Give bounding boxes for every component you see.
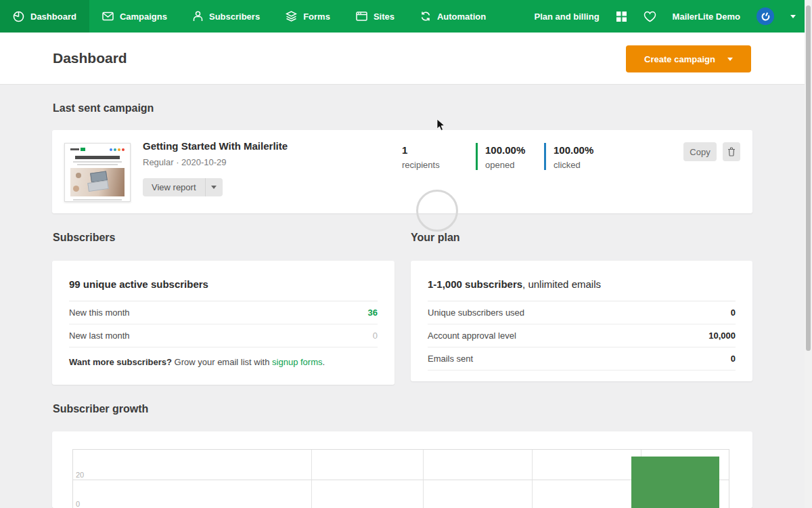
row-label: New last month: [69, 331, 130, 341]
row-label: Emails sent: [428, 354, 473, 364]
view-report-button[interactable]: View report: [143, 178, 223, 196]
row-account-approval-level: Account approval level 10,000: [428, 324, 736, 347]
footer-bold-text: Want more subscribers?: [69, 357, 172, 367]
power-icon: [759, 9, 772, 23]
sync-icon: [420, 11, 431, 22]
scrollbar-track[interactable]: [805, 0, 812, 508]
nav-label: Dashboard: [30, 12, 76, 22]
page-title: Dashboard: [53, 50, 127, 66]
footer-text: Grow your email list with: [172, 357, 272, 367]
nav-item-plan-and-billing[interactable]: Plan and billing: [535, 12, 600, 22]
section-title-subscribers: Subscribers: [53, 232, 115, 244]
nav-item-campaigns[interactable]: Campaigns: [89, 0, 180, 33]
person-icon: [193, 11, 203, 22]
stat-opened: 100.00% opened: [476, 143, 535, 170]
create-campaign-label: Create campaign: [644, 54, 715, 64]
stat-value: 100.00%: [554, 143, 604, 158]
envelope-icon: [102, 12, 114, 21]
section-title-subscriber-growth: Subscriber growth: [53, 403, 148, 415]
growth-chart: 20 0: [72, 449, 729, 508]
mailerlite-dashboard: Dashboard Campaigns Subscribers Forms Si…: [0, 0, 812, 508]
your-plan-card: 1-1,000 subscribers, unlimited emails Un…: [411, 261, 752, 381]
thumb-share-icons: [110, 148, 125, 151]
account-menu-caret-icon[interactable]: [790, 15, 796, 18]
gridline-v: [532, 450, 533, 508]
view-report-caret-icon: [211, 186, 217, 189]
subscribers-headline: 99 unique active subscribers: [69, 274, 378, 301]
browser-icon: [356, 12, 367, 21]
scrollbar-thumb[interactable]: [806, 5, 811, 351]
row-value: 0: [373, 331, 378, 341]
subscribers-card: 99 unique active subscribers New this mo…: [52, 261, 394, 385]
view-report-label[interactable]: View report: [143, 178, 206, 196]
stat-clicked: 100.00% clicked: [544, 143, 604, 170]
create-campaign-caret-icon: [727, 58, 733, 61]
loading-spinner: [416, 190, 458, 232]
top-nav: Dashboard Campaigns Subscribers Forms Si…: [0, 0, 812, 33]
nav-item-subscribers[interactable]: Subscribers: [180, 0, 273, 33]
thumb-logo: [70, 148, 85, 151]
plan-headline-bold: 1-1,000 subscribers: [428, 278, 522, 290]
nav-label: Forms: [303, 12, 330, 22]
nav-right-group: Plan and billing MailerLite Demo: [535, 0, 796, 33]
mouse-cursor: [436, 119, 446, 132]
heart-icon[interactable]: [644, 11, 656, 22]
layers-icon: [286, 11, 297, 22]
row-value: 0: [731, 354, 736, 364]
account-avatar[interactable]: [757, 7, 774, 25]
nav-label: Subscribers: [209, 12, 260, 22]
account-name[interactable]: MailerLite Demo: [673, 12, 740, 22]
stat-value: 100.00%: [485, 143, 535, 158]
stat-label: recipients: [402, 160, 461, 170]
nav-label: Sites: [374, 12, 394, 22]
row-value: 10,000: [708, 331, 736, 341]
thumb-photo: [70, 168, 125, 196]
subscriber-growth-card: 20 0: [52, 431, 752, 508]
gridline-v: [311, 450, 312, 508]
row-new-this-month: New this month 36: [69, 301, 378, 324]
campaign-title[interactable]: Getting Started With Mailerlite: [143, 140, 288, 152]
row-emails-sent: Emails sent 0: [428, 347, 736, 371]
nav-item-dashboard[interactable]: Dashboard: [0, 0, 89, 33]
thumb-header: [70, 148, 125, 151]
thumb-text-line: [73, 199, 122, 200]
dashboard-icon: [13, 11, 24, 22]
stat-label: opened: [485, 160, 535, 170]
nav-label: Automation: [437, 12, 486, 22]
row-label: Account approval level: [428, 331, 516, 341]
row-label: New this month: [69, 308, 130, 318]
y-tick-0: 0: [76, 500, 80, 508]
stat-recipients: 1 recipients: [402, 143, 461, 170]
row-value: 36: [368, 308, 378, 318]
campaign-meta: Regular · 2020-10-29: [143, 157, 227, 167]
subscribers-footer: Want more subscribers? Grow your email l…: [69, 347, 378, 367]
plan-headline: 1-1,000 subscribers, unlimited emails: [428, 274, 736, 301]
delete-button[interactable]: [723, 142, 740, 161]
signup-forms-link[interactable]: signup forms: [272, 357, 322, 367]
plan-headline-rest: , unlimited emails: [522, 278, 601, 290]
copy-button[interactable]: Copy: [683, 142, 717, 161]
apps-grid-icon[interactable]: [616, 11, 627, 22]
stat-value: 1: [402, 143, 461, 158]
section-title-last-sent: Last sent campaign: [53, 102, 154, 114]
campaign-thumbnail[interactable]: [64, 143, 131, 202]
section-title-your-plan: Your plan: [411, 232, 460, 244]
growth-bar[interactable]: [631, 457, 719, 508]
trash-icon: [727, 147, 736, 156]
stat-label: clicked: [554, 160, 604, 170]
thumb-text-line: [77, 164, 118, 165]
nav-label: Campaigns: [120, 12, 167, 22]
gridline-h-20: [73, 480, 729, 480]
subscribers-headline-text: 99 unique active subscribers: [69, 278, 208, 290]
row-value: 0: [731, 308, 736, 318]
nav-item-forms[interactable]: Forms: [273, 0, 343, 33]
view-report-dropdown[interactable]: [206, 178, 223, 196]
y-tick-20: 20: [76, 471, 84, 479]
row-label: Unique subscribers used: [428, 308, 524, 318]
nav-item-automation[interactable]: Automation: [407, 0, 499, 33]
create-campaign-button[interactable]: Create campaign: [626, 45, 751, 72]
thumb-title-bar: [75, 156, 120, 159]
nav-item-sites[interactable]: Sites: [343, 0, 407, 33]
gridline-v: [423, 450, 424, 508]
footer-period: .: [322, 357, 325, 367]
